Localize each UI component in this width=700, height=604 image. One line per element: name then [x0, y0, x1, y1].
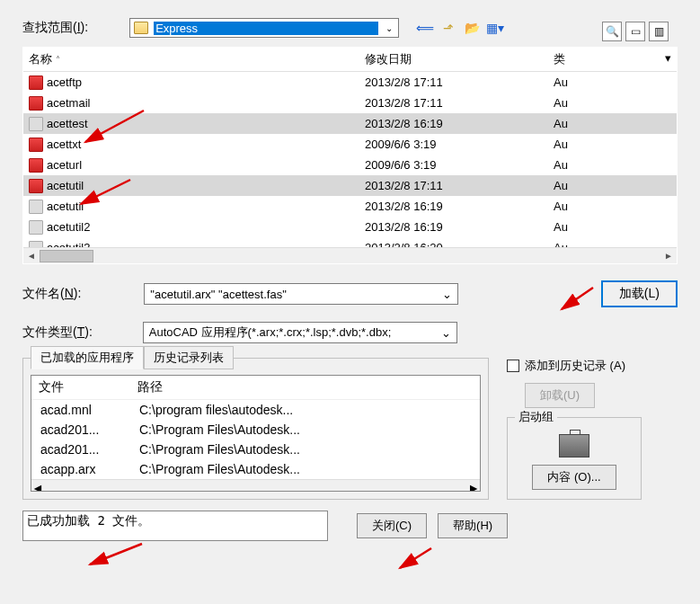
chevron-down-icon[interactable]: ⌄ — [384, 23, 394, 33]
file-row[interactable]: acetftp2013/2/8 17:11Au — [23, 72, 677, 93]
load-button[interactable]: 加载(L) — [601, 280, 678, 307]
svg-line-4 — [400, 548, 431, 568]
loaded-path: C:\Program Files\Autodesk... — [139, 422, 300, 437]
column-name[interactable]: 名称 ˄ — [23, 48, 359, 71]
file-row[interactable]: acetmail2013/2/8 17:11Au — [23, 93, 677, 113]
file-date: 2009/6/6 3:19 — [359, 138, 548, 151]
file-type: Au — [548, 220, 677, 234]
file-type: Au — [548, 179, 677, 192]
file-name: acettxt — [47, 138, 81, 151]
startup-group: 启动组 内容 (O)... — [507, 417, 642, 500]
file-icon — [29, 96, 43, 111]
folder-icon — [134, 22, 148, 34]
filetype-value: AutoCAD 应用程序(*.arx;*.crx;*.lsp;*.dvb;*.d… — [149, 324, 391, 341]
file-icon — [29, 158, 43, 173]
loaded-file: acapp.arx — [40, 462, 139, 476]
chevron-down-icon[interactable]: ⌄ — [441, 326, 451, 340]
loaded-file: acad.mnl — [40, 403, 139, 417]
loaded-file: acad201... — [40, 422, 139, 437]
file-name: acetutil3 — [47, 241, 90, 247]
file-type: Au — [548, 158, 677, 172]
file-row[interactable]: acetutil22013/2/8 16:19Au — [23, 217, 677, 237]
up-folder-icon[interactable]: ⬏ — [440, 20, 456, 36]
close-button[interactable]: 关闭(C) — [357, 513, 427, 538]
file-list-hscroll[interactable]: ◄ ► — [23, 247, 677, 263]
file-date: 2013/2/8 17:11 — [359, 76, 548, 89]
sort-arrow-icon: ˄ — [56, 55, 186, 65]
file-row[interactable]: acettest2013/2/8 16:19Au — [23, 113, 677, 134]
file-date: 2013/2/8 17:11 — [359, 96, 548, 110]
file-date: 2009/6/6 3:19 — [359, 158, 548, 172]
briefcase-icon[interactable] — [559, 434, 589, 457]
add-history-label: 添加到历史记录 (A) — [525, 358, 625, 374]
file-icon — [29, 200, 43, 214]
loaded-row[interactable]: acad201...C:\Program Files\Autodesk... — [31, 440, 480, 459]
file-type: Au — [548, 76, 677, 89]
loaded-col-file[interactable]: 文件 — [39, 379, 137, 395]
list-tool-icon[interactable]: ▭ — [625, 22, 645, 41]
tab-loaded[interactable]: 已加载的应用程序 — [31, 346, 144, 369]
file-type: Au — [548, 241, 677, 247]
search-tool-icon[interactable]: 🔍 — [602, 22, 622, 41]
loaded-row[interactable]: acad201...C:\Program Files\Autodesk... — [31, 420, 480, 440]
look-in-label: 查找范围(I): — [22, 20, 88, 36]
loaded-path: C:\program files\autodesk... — [139, 403, 293, 417]
file-date: 2013/2/8 17:11 — [359, 179, 548, 192]
file-type: Au — [548, 117, 677, 130]
loaded-path: C:\Program Files\Autodesk... — [139, 462, 300, 476]
startup-label: 启动组 — [515, 409, 557, 425]
back-icon[interactable]: ⟸ — [417, 20, 433, 36]
loaded-row[interactable]: acad.mnlC:\program files\autodesk... — [31, 400, 480, 420]
file-name: acetutil — [47, 179, 84, 192]
status-text: 已成功加载 2 文件。 — [22, 511, 328, 541]
loaded-path: C:\Program Files\Autodesk... — [139, 442, 300, 457]
checkbox-icon[interactable] — [507, 360, 519, 372]
filetype-label: 文件类型(T): — [22, 324, 93, 341]
file-list: 名称 ˄ 修改日期 类▾ acetftp2013/2/8 17:11Auacet… — [22, 47, 678, 264]
loaded-apps-group: 已加载的应用程序 历史记录列表 文件 路径 acad.mnlC:\program… — [22, 358, 489, 500]
file-row[interactable]: acetutil32013/2/8 16:20Au — [23, 237, 677, 247]
file-type: Au — [548, 200, 677, 213]
file-row[interactable]: acetutil2013/2/8 17:11Au — [23, 175, 677, 196]
file-row[interactable]: acettxt2009/6/6 3:19Au — [23, 134, 677, 155]
file-name: acetmail — [47, 96, 90, 110]
file-icon — [29, 138, 43, 152]
add-history-checkbox[interactable]: 添加到历史记录 (A) — [507, 358, 625, 374]
look-in-value: Express — [154, 22, 378, 35]
file-date: 2013/2/8 16:20 — [359, 241, 548, 247]
filename-input[interactable]: "acetutil.arx" "acettest.fas" ⌄ — [144, 283, 458, 305]
tab-history[interactable]: 历史记录列表 — [144, 346, 234, 369]
file-row[interactable]: aceturl2009/6/6 3:19Au — [23, 155, 677, 175]
loaded-row[interactable]: acapp.arxC:\Program Files\Autodesk... — [31, 459, 480, 479]
column-type[interactable]: 类▾ — [548, 48, 677, 71]
loaded-list[interactable]: 文件 路径 acad.mnlC:\program files\autodesk.… — [31, 375, 481, 492]
filetype-select[interactable]: AutoCAD 应用程序(*.arx;*.crx;*.lsp;*.dvb;*.d… — [143, 322, 457, 343]
details-tool-icon[interactable]: ▥ — [649, 22, 669, 41]
file-type: Au — [548, 138, 677, 151]
file-date: 2013/2/8 16:19 — [359, 117, 548, 130]
file-name: acetutil2 — [47, 220, 90, 234]
views-icon[interactable]: ▦▾ — [487, 20, 503, 36]
loaded-col-path[interactable]: 路径 — [137, 379, 163, 395]
svg-line-3 — [90, 544, 142, 564]
file-icon — [29, 179, 43, 193]
file-row[interactable]: acetutil2013/2/8 16:19Au — [23, 196, 677, 217]
file-icon — [29, 117, 43, 131]
chevron-down-icon[interactable]: ⌄ — [442, 288, 452, 301]
open-folder-icon[interactable]: 📂 — [464, 20, 480, 36]
file-name: acetftp — [47, 76, 82, 89]
file-icon — [29, 241, 43, 248]
loaded-file: acad201... — [40, 442, 139, 457]
file-name: acetutil — [47, 200, 84, 213]
loaded-hscroll[interactable]: ◄► — [31, 479, 480, 492]
unload-button[interactable]: 卸载(U) — [525, 383, 595, 408]
look-in-combobox[interactable]: Express ⌄ — [129, 18, 399, 38]
column-date[interactable]: 修改日期 — [359, 48, 548, 71]
filename-value: "acetutil.arx" "acettest.fas" — [150, 288, 286, 301]
file-icon — [29, 220, 43, 235]
help-button[interactable]: 帮助(H) — [438, 513, 508, 538]
filename-label: 文件名(N): — [22, 286, 81, 302]
contents-button[interactable]: 内容 (O)... — [532, 465, 616, 490]
file-date: 2013/2/8 16:19 — [359, 220, 548, 234]
file-icon — [29, 76, 43, 90]
